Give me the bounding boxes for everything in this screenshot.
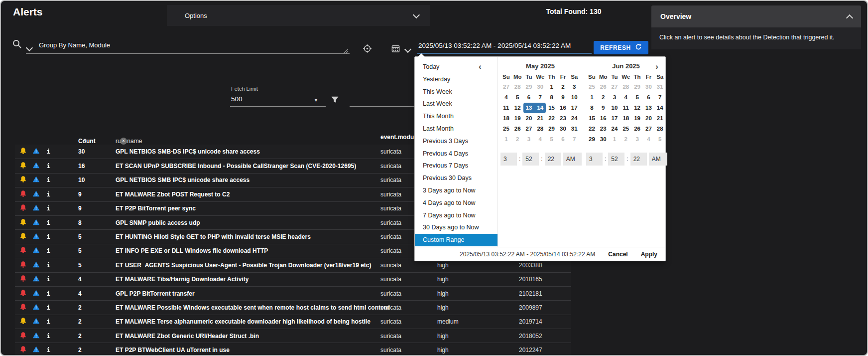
calendar-day[interactable]: 19 [631, 113, 643, 124]
calendar-day[interactable]: 19 [512, 113, 523, 124]
alert-triangle-icon[interactable] [32, 232, 40, 241]
target-icon[interactable] [363, 44, 372, 55]
calendar-day[interactable]: 1 [546, 82, 557, 92]
alert-row[interactable]: i4ET MALWARE Tibs/Harnig Downloader Acti… [15, 272, 571, 286]
alert-triangle-icon[interactable] [32, 275, 40, 284]
calendar-day[interactable]: 16 [557, 103, 569, 113]
calendar-day[interactable]: 30 [598, 134, 609, 145]
datepicker-preset[interactable]: Last Week [415, 98, 497, 110]
calendar-day[interactable]: 10 [609, 103, 620, 113]
bell-icon[interactable] [19, 190, 27, 199]
calendar-day[interactable]: 29 [546, 124, 557, 134]
alert-triangle-icon[interactable] [32, 204, 40, 213]
calendar-day[interactable]: 24 [609, 124, 620, 134]
calendar-day[interactable]: 11 [620, 103, 631, 113]
datepicker-preset[interactable]: Today [415, 61, 497, 73]
calendar-day[interactable]: 6 [523, 92, 535, 103]
calendar-day[interactable]: 10 [569, 92, 580, 103]
alert-row[interactable]: i4GPL P2P BitTorrent transfersuricatahig… [15, 286, 571, 300]
datepicker-preset[interactable]: 30 Days ago to Now [415, 221, 497, 234]
calendar-day[interactable]: 23 [598, 124, 609, 134]
alert-row[interactable]: i2ET MALWARE Zbot Generic URI/Header Str… [15, 329, 571, 343]
resize-handle-icon[interactable] [343, 47, 349, 56]
search-input[interactable]: Group By Name, Module [39, 41, 110, 49]
calendar-day[interactable]: 30 [557, 124, 569, 134]
calendar-day[interactable]: 17 [609, 113, 620, 124]
calendar-day[interactable]: 2 [598, 92, 609, 103]
calendar-day[interactable]: 26 [631, 124, 643, 134]
bell-icon[interactable] [19, 232, 27, 241]
calendar-day[interactable]: 14 [534, 103, 546, 113]
calendar-day[interactable]: 12 [631, 103, 643, 113]
calendar-day[interactable]: 27 [500, 82, 512, 92]
datepicker-preset[interactable]: 4 Days ago to Now [415, 197, 497, 209]
datepicker-preset[interactable]: Previous 30 Days [415, 172, 497, 184]
calendar-day[interactable]: 15 [586, 113, 598, 124]
calendar-day[interactable]: 4 [534, 134, 546, 145]
bell-icon[interactable] [19, 218, 27, 227]
calendar-day[interactable]: 1 [609, 134, 620, 145]
info-icon[interactable]: i [46, 247, 51, 254]
info-icon[interactable]: i [46, 233, 51, 240]
calendar-day[interactable]: 6 [643, 92, 654, 103]
calendar-day[interactable]: 29 [586, 134, 598, 145]
calendar-day[interactable]: 26 [512, 124, 523, 134]
bell-icon[interactable] [19, 162, 27, 171]
calendar-day[interactable]: 22 [586, 124, 598, 134]
calendar-day[interactable]: 18 [620, 113, 631, 124]
calendar-day[interactable]: 28 [512, 82, 523, 92]
alert-row[interactable]: i2ET MALWARE Possible Windows executable… [15, 300, 571, 314]
search-scope-chevron-icon[interactable] [26, 44, 33, 51]
refresh-button[interactable]: REFRESH [594, 41, 648, 54]
alert-triangle-icon[interactable] [32, 147, 40, 156]
datepicker-preset[interactable]: Previous 4 Days [415, 148, 497, 160]
time-minute-input[interactable]: 52 [608, 153, 624, 166]
time-hour-input[interactable]: 3 [586, 153, 603, 166]
options-dropdown[interactable]: Options [167, 5, 430, 26]
calendar-day[interactable]: 5 [546, 134, 557, 145]
alert-triangle-icon[interactable] [32, 332, 40, 341]
info-icon[interactable]: i [46, 276, 51, 283]
info-icon[interactable]: i [46, 333, 51, 340]
overview-header[interactable]: Overview [651, 5, 861, 27]
datepicker-preset[interactable]: Custom Range [415, 234, 497, 246]
calendar-day[interactable]: 7 [534, 92, 546, 103]
datepicker-preset[interactable]: This Month [415, 110, 497, 123]
datepicker-preset[interactable]: 7 Days ago to Now [415, 209, 497, 222]
calendar-day[interactable]: 3 [631, 134, 643, 145]
time-ampm-input[interactable]: AM [563, 153, 582, 166]
time-ampm-input[interactable]: AM [649, 153, 667, 166]
info-icon[interactable]: i [46, 148, 51, 155]
calendar-day[interactable]: 23 [557, 113, 569, 124]
remove-groupby-icon[interactable]: × [120, 138, 127, 145]
calendar-day[interactable]: 6 [557, 134, 569, 145]
time-second-input[interactable]: 22 [545, 153, 561, 166]
calendar-day[interactable]: 8 [546, 92, 557, 103]
datepicker-preset[interactable]: Previous 3 Days [415, 135, 497, 148]
datepicker-preset[interactable]: Previous 7 Days [415, 160, 497, 172]
alert-row[interactable]: i2ET MALWARE Terse alphanumeric executab… [15, 315, 571, 329]
alert-triangle-icon[interactable] [32, 218, 40, 227]
alert-triangle-icon[interactable] [32, 317, 40, 326]
calendar-day[interactable]: 5 [654, 134, 666, 145]
alert-triangle-icon[interactable] [32, 289, 40, 298]
info-icon[interactable]: i [46, 262, 51, 269]
calendar-day[interactable]: 4 [500, 92, 512, 103]
calendar-day[interactable]: 30 [643, 82, 654, 92]
info-icon[interactable]: i [46, 205, 51, 212]
calendar-day[interactable]: 24 [569, 113, 580, 124]
calendar-day[interactable]: 22 [546, 113, 557, 124]
alert-triangle-icon[interactable] [32, 303, 40, 312]
calendar-day[interactable]: 14 [654, 103, 666, 113]
bell-icon[interactable] [19, 317, 27, 326]
datepicker-preset[interactable]: 3 Days ago to Now [415, 184, 497, 197]
fetch-limit-caret-icon[interactable]: ▼ [314, 98, 318, 103]
calendar-chevron-icon[interactable] [404, 46, 411, 53]
calendar-day[interactable]: 27 [523, 124, 535, 134]
datepicker-preset[interactable]: Last Month [415, 123, 497, 135]
info-icon[interactable]: i [46, 290, 51, 297]
cancel-button[interactable]: Cancel [608, 251, 627, 258]
info-icon[interactable]: i [46, 163, 51, 170]
calendar-day[interactable]: 18 [500, 113, 512, 124]
calendar-day[interactable]: 28 [620, 82, 631, 92]
